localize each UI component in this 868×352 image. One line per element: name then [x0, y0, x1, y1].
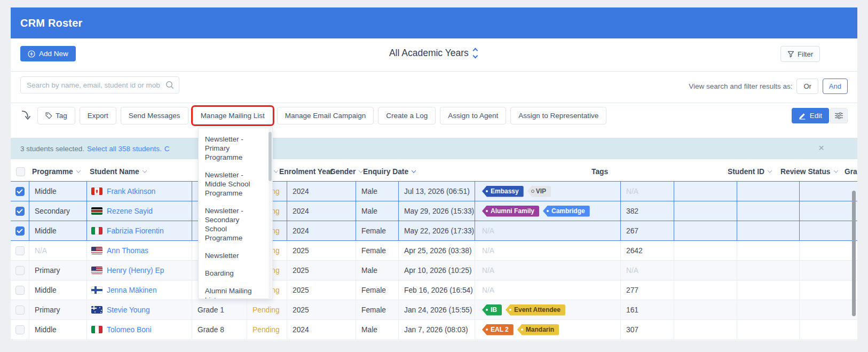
row-checkbox[interactable]	[15, 325, 25, 334]
tag-chip: IB	[482, 304, 502, 316]
student-name-cell: Jenna Mäkinen	[87, 280, 192, 300]
student-name-link[interactable]: Ann Thomas	[107, 247, 148, 255]
student-name-cell: Fabrizia Fiorentin	[87, 221, 192, 240]
academic-year-selector[interactable]: All Academic Years	[389, 48, 477, 59]
select-all-checkbox[interactable]	[16, 167, 25, 176]
chevron-down-icon	[143, 168, 147, 173]
student-name-link[interactable]: Henry (Henry) Ep	[107, 267, 164, 275]
column-header-student-id[interactable]: Student ID	[728, 168, 771, 176]
checkbox-cell	[11, 300, 29, 319]
row-checkbox[interactable]	[15, 187, 25, 196]
table-vertical-scrollbar[interactable]	[852, 191, 856, 316]
chevron-down-icon	[412, 168, 416, 173]
close-icon[interactable]: ×	[818, 143, 824, 153]
column-header-tags: Tags	[591, 168, 608, 176]
programme-cell: N/A	[29, 241, 87, 260]
mailing-list-option[interactable]: Newsletter - Primary Programme	[199, 130, 272, 166]
tags-cell: N/A	[475, 261, 621, 280]
enrolment-year-cell: 2024	[287, 201, 356, 221]
table-row: MiddleTolomeo BoniGrade 8Pending2024Male…	[11, 320, 857, 340]
tags-cell: EAL 2Mandarin	[475, 320, 621, 339]
student-name-link[interactable]: Fabrizia Fiorentin	[107, 227, 164, 235]
review-status-cell	[674, 201, 737, 221]
chevron-up-down-icon	[474, 49, 477, 58]
dropdown-scrollbar-thumb[interactable]	[269, 132, 272, 181]
gender-cell: Female	[356, 241, 399, 260]
row-checkbox[interactable]	[15, 266, 25, 275]
status-cell: Pending	[247, 320, 287, 339]
student-id-cell: 2642	[621, 241, 674, 260]
student-name-cell: Stevie Young	[87, 300, 192, 319]
checkbox-cell	[11, 241, 29, 260]
checkbox-cell	[11, 280, 29, 300]
student-name-cell: Henry (Henry) Ep	[87, 261, 192, 280]
tag-button[interactable]: Tag	[37, 107, 75, 124]
enquiry-date-cell: Jan 24, 2026 (15:55)	[399, 300, 475, 319]
student-name-cell: Ann Thomas	[87, 241, 192, 260]
manage-mailing-list-button[interactable]: Manage Mailing List	[193, 107, 273, 124]
student-id-cell: N/A	[621, 182, 674, 201]
row-checkbox[interactable]	[15, 286, 25, 295]
add-new-button[interactable]: Add New	[20, 46, 76, 61]
search-input[interactable]	[20, 76, 179, 93]
mailing-list-option[interactable]: Newsletter - Middle School Programme	[199, 166, 272, 202]
student-name-link[interactable]: Tolomeo Boni	[107, 326, 152, 334]
mailing-list-option[interactable]: Boarding	[199, 264, 272, 282]
mailing-list-option[interactable]: Newsletter	[199, 247, 272, 264]
row-checkbox[interactable]	[15, 207, 25, 216]
sort-arrow-icon[interactable]	[20, 109, 32, 122]
review-status-cell	[674, 221, 737, 240]
checkbox-cell	[11, 261, 29, 280]
selection-info-bar: 3 students selected. Select all 358 stud…	[11, 138, 857, 159]
filter-button[interactable]: Filter	[780, 46, 820, 62]
tag-chip: EAL 2	[482, 324, 514, 335]
send-messages-button[interactable]: Send Messages	[121, 107, 188, 124]
student-id-cell: N/A	[621, 261, 674, 280]
country-flag-icon	[91, 326, 102, 333]
column-header-student-name[interactable]: Student Name	[90, 168, 146, 176]
empty-cell	[737, 201, 800, 221]
or-toggle-button[interactable]: Or	[796, 79, 818, 94]
and-toggle-button[interactable]: And	[823, 79, 848, 94]
table-body: MiddleFrank AtkinsonPending2024MaleJul 1…	[11, 182, 857, 340]
gender-cell: Male	[356, 182, 399, 201]
tag-chip: Embassy	[482, 186, 524, 197]
student-name-link[interactable]: Jenna Mäkinen	[107, 286, 157, 294]
view-results-label: View search and filter results as:	[689, 82, 792, 90]
mailing-list-option[interactable]: Newsletter - Secondary School Programme	[199, 202, 272, 247]
student-name-link[interactable]: Stevie Young	[107, 306, 150, 314]
enrolment-year-cell: 2024	[287, 320, 356, 339]
column-header-enquiry-date[interactable]: Enquiry Date	[363, 168, 415, 176]
grade-cell: Grade 8	[192, 320, 247, 339]
table-row: PrimaryStevie YoungGrade 1Pending2025Fem…	[11, 300, 857, 320]
country-flag-icon	[91, 267, 102, 274]
column-header-review-status[interactable]: Review Status	[780, 168, 838, 176]
column-header-programme[interactable]: Programme	[32, 168, 80, 176]
gender-cell: Male	[356, 320, 399, 339]
row-checkbox[interactable]	[15, 306, 25, 315]
edit-button[interactable]: Edit	[792, 108, 829, 123]
assign-to-agent-button[interactable]: Assign to Agent	[440, 107, 506, 124]
row-checkbox[interactable]	[15, 226, 25, 236]
student-name-link[interactable]: Rezene Sayid	[107, 207, 153, 215]
manage-email-campaign-button[interactable]: Manage Email Campaign	[277, 107, 374, 124]
mailing-list-dropdown: Newsletter - Primary ProgrammeNewsletter…	[198, 128, 273, 299]
mailing-list-option[interactable]: Alumni Mailing List	[199, 282, 272, 299]
export-button[interactable]: Export	[80, 107, 116, 124]
tags-cell: EmbassyVIP	[475, 182, 621, 201]
assign-to-representative-button[interactable]: Assign to Representative	[510, 107, 606, 124]
row-checkbox[interactable]	[15, 246, 25, 255]
student-name-link[interactable]: Frank Atkinson	[107, 187, 155, 195]
enrolment-year-cell: 2025	[287, 261, 356, 280]
student-id-cell: 382	[621, 201, 674, 221]
column-settings-button[interactable]	[830, 108, 848, 123]
column-header-gender[interactable]: Gender	[330, 168, 362, 176]
student-id-cell: 267	[621, 221, 674, 240]
select-all-link[interactable]: Select all 358 students.	[87, 145, 162, 153]
create-a-log-button[interactable]: Create a Log	[378, 107, 436, 124]
enquiry-date-cell: Apr 25, 2026 (03:38)	[399, 241, 475, 260]
action-row: Add New All Academic Years Filter	[11, 38, 857, 71]
bulk-actions-toolbar: Tag Export Send Messages Manage Mailing …	[11, 103, 857, 137]
table-header-row: ProgrammeStudent NameStatusEnrolment Yea…	[11, 162, 857, 182]
clear-selection-link[interactable]: C	[164, 145, 170, 153]
